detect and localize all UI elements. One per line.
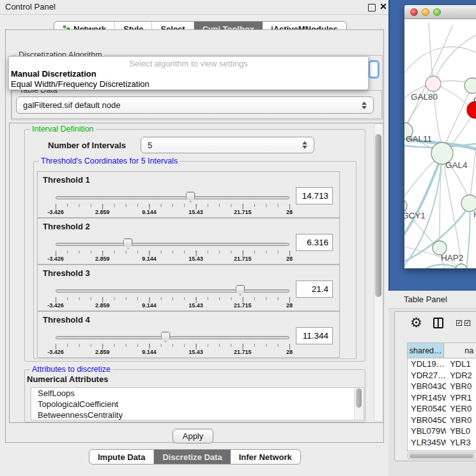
group-title: Attributes to discretize xyxy=(30,365,112,374)
scrollbar-thumb[interactable] xyxy=(410,454,473,458)
node-label: GAL11 xyxy=(406,134,432,144)
node-label: GCY1 xyxy=(404,211,426,220)
node-label: GAL80 xyxy=(411,92,438,102)
close-traffic-light-icon[interactable] xyxy=(410,8,418,16)
threshold-label: Threshold 1 xyxy=(43,175,90,185)
node-label: HAP2 xyxy=(441,253,463,263)
number-of-intervals-label: Number of Intervals xyxy=(48,141,126,150)
zoom-traffic-light-icon[interactable] xyxy=(433,8,441,16)
list-item[interactable]: BetweennessCentrality xyxy=(31,410,364,420)
threshold-slider[interactable] xyxy=(56,284,289,297)
number-of-intervals-select[interactable]: 5 xyxy=(141,137,314,153)
node-bottom[interactable] xyxy=(456,264,467,268)
node-gal80[interactable] xyxy=(426,76,441,91)
scrollbar-thumb[interactable] xyxy=(375,134,381,297)
column-header-name[interactable]: na xyxy=(444,343,476,358)
control-panel-titlebar: Control Panel ✕ xyxy=(0,0,388,15)
stepper-icon xyxy=(362,102,367,109)
table-panel-card: ⚙ ✓ ✓ shared… na YDL19…YDL1 YDR27…YDR2 Y… xyxy=(394,311,476,461)
algorithm-combobox[interactable] xyxy=(368,60,380,79)
attributes-list-scrollbar[interactable] xyxy=(354,388,363,420)
threshold-value-field[interactable] xyxy=(296,187,333,204)
tab-discretize-data[interactable]: Discretize Data xyxy=(154,450,230,464)
slider-thumb[interactable] xyxy=(161,332,171,342)
table-row[interactable]: YBL079WYBL0 xyxy=(408,426,476,437)
network-window-titlebar[interactable] xyxy=(404,5,476,19)
table-data-value: galFiltered.sif default node xyxy=(23,100,362,110)
panel-title: Control Panel xyxy=(5,2,56,12)
threshold-panel-1: Threshold 1 -3.4262.8599.14415.4321.7152… xyxy=(37,171,340,218)
control-panel: Control Panel ✕ Network Style Select Cyn… xyxy=(0,0,388,476)
threshold-slider[interactable] xyxy=(56,331,289,344)
stepper-icon[interactable] xyxy=(371,63,376,75)
table-panel-title: Table Panel xyxy=(404,295,447,304)
column-header-shared-name[interactable]: shared… xyxy=(408,343,444,358)
table-panel-titlebar: Table Panel xyxy=(388,291,476,309)
threshold-value-field[interactable] xyxy=(296,234,333,251)
threshold-label: Threshold 2 xyxy=(43,222,90,231)
slider-thumb[interactable] xyxy=(186,192,196,203)
dropdown-option-equal-width[interactable]: Equal Width/Frequency Discretization xyxy=(11,79,150,89)
tab-impute-data[interactable]: Impute Data xyxy=(89,450,154,464)
node-gcy1[interactable] xyxy=(404,199,407,212)
network-view-window: GAL80 GA C GAL11 GAL4 GCY1 H HAP2 xyxy=(404,5,476,268)
table-row[interactable]: YLR345WYLR3 xyxy=(408,437,476,449)
threshold-panel-3: Threshold 3 -3.4262.8599.14415.4321.7152… xyxy=(37,265,340,311)
tab-infer-network[interactable]: Infer Network xyxy=(231,450,300,464)
close-icon[interactable]: ✕ xyxy=(380,1,387,12)
table-row[interactable]: YBR043CYBR0 xyxy=(408,381,476,392)
float-icon[interactable] xyxy=(368,4,376,12)
slider-track[interactable] xyxy=(56,336,289,339)
dropdown-option-manual[interactable]: Manual Discretization xyxy=(11,69,96,79)
numerical-attributes-list[interactable]: SelfLoops TopologicalCoefficient Between… xyxy=(31,387,364,420)
app-root: Control Panel ✕ Network Style Select Cyn… xyxy=(0,0,476,476)
table-row[interactable]: YDL19…YDL1 xyxy=(408,358,476,370)
stepper-icon xyxy=(302,141,307,149)
slider-scale: -3.4262.8599.14415.4321.71528 xyxy=(56,302,289,309)
table-body: YDL19…YDL1 YDR27…YDR2 YBR043CYBR0 YPR145… xyxy=(408,358,476,451)
node-label: GAL4 xyxy=(445,160,468,170)
threshold-value-field[interactable] xyxy=(296,327,333,344)
split-view-icon[interactable] xyxy=(433,318,443,328)
checkbox-icon[interactable]: ✓ xyxy=(464,320,470,326)
minimize-traffic-light-icon[interactable] xyxy=(422,8,429,16)
apply-button[interactable]: Apply xyxy=(173,429,213,443)
threshold-value-field[interactable] xyxy=(296,280,333,298)
desktop-background: GAL80 GA C GAL11 GAL4 GCY1 H HAP2 xyxy=(388,0,476,291)
group-title: Threshold's Coordinates for 5 Intervals xyxy=(39,157,180,165)
table-row[interactable]: YBR045CYBR0 xyxy=(408,415,476,426)
table-panel-section: Table Panel ⚙ ✓ ✓ shared… na YDL19…YDL1 … xyxy=(388,291,476,476)
checkbox-icon[interactable]: ✓ xyxy=(456,320,462,326)
list-item[interactable]: SelfLoops xyxy=(31,388,364,399)
node-top-right[interactable] xyxy=(464,78,476,93)
scrollbar-thumb[interactable] xyxy=(356,388,362,408)
number-of-intervals-value: 5 xyxy=(148,141,302,150)
table-data-select[interactable]: galFiltered.sif default node xyxy=(16,96,374,114)
table-row[interactable]: YER054CYER0 xyxy=(408,403,476,415)
gear-icon[interactable]: ⚙ xyxy=(410,316,422,329)
slider-track[interactable] xyxy=(56,196,289,199)
slider-thumb[interactable] xyxy=(123,238,133,249)
node-label: H xyxy=(473,210,476,219)
table-row[interactable]: YDR27…YDR2 xyxy=(408,370,476,381)
slider-scale: -3.4262.8599.14415.4321.71528 xyxy=(56,349,289,355)
numerical-attributes-label: Numerical Attributes xyxy=(27,374,108,384)
network-canvas[interactable]: GAL80 GA C GAL11 GAL4 GCY1 H HAP2 xyxy=(404,19,476,268)
settings-panel-scrollbar[interactable] xyxy=(374,123,383,422)
threshold-label: Threshold 3 xyxy=(43,268,90,278)
table-horizontal-scrollbar[interactable] xyxy=(407,452,476,459)
threshold-slider[interactable] xyxy=(56,191,289,204)
table-header-row: shared… na xyxy=(408,343,476,358)
table-row[interactable]: YIL052CYIL0 xyxy=(408,448,476,451)
slider-thumb[interactable] xyxy=(236,285,245,296)
network-graph: GAL80 GA C GAL11 GAL4 GCY1 H HAP2 xyxy=(404,19,476,268)
bottom-tab-bar: Impute Data Discretize Data Infer Networ… xyxy=(89,449,301,464)
slider-track[interactable] xyxy=(56,289,289,293)
node-label: GA xyxy=(473,95,476,105)
threshold-slider[interactable] xyxy=(56,238,289,250)
table-row[interactable]: YPR145WYPR1 xyxy=(408,392,476,404)
slider-track[interactable] xyxy=(56,243,289,246)
list-item[interactable]: TopologicalCoefficient xyxy=(31,399,364,410)
group-title: Interval Definition xyxy=(30,125,96,134)
slider-scale: -3.4262.8599.14415.4321.71528 xyxy=(56,209,289,215)
